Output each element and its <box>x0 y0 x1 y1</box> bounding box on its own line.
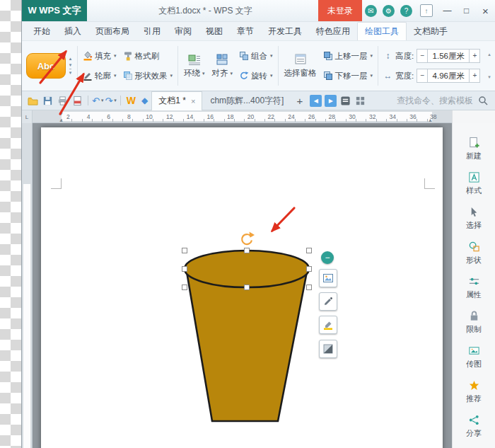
rotate-button[interactable]: 旋转 ▾ <box>239 71 273 81</box>
command-search[interactable]: 查找命令、搜索模板 <box>397 95 491 107</box>
wrap-button[interactable]: 环绕▾ <box>180 43 209 88</box>
sidebar-item-styles[interactable]: 样式 <box>453 166 495 201</box>
export-pdf-icon[interactable] <box>71 94 84 108</box>
shape-effects-button[interactable]: 形状效果 ▾ <box>123 71 173 81</box>
new-tab-button[interactable]: + <box>291 95 308 107</box>
ribbon-scroll-up-icon[interactable]: ▴ <box>488 52 491 57</box>
menu-tab-home[interactable]: 开始 <box>26 22 57 40</box>
left-indent-marker[interactable]: ▲ <box>59 117 64 122</box>
align-button[interactable]: 对齐▾ <box>209 43 237 88</box>
pen-icon <box>322 296 334 307</box>
dropdown-icon: ▾ <box>371 73 373 79</box>
search-icon <box>478 96 488 105</box>
tab-nav-left-button[interactable]: ◀ <box>310 95 322 107</box>
outline-icon <box>83 71 93 81</box>
menu-tab-view[interactable]: 视图 <box>199 22 230 40</box>
dropdown-icon: ▾ <box>202 71 205 76</box>
preset-up-icon[interactable]: ▴ <box>69 56 72 62</box>
sidebar-item-select[interactable]: 选择 <box>453 201 495 236</box>
ruler-number: 12 <box>159 113 180 120</box>
dropdown-icon: ▾ <box>101 98 104 103</box>
width-value[interactable]: 4.96厘米 <box>428 69 469 83</box>
tab-nav-right-button[interactable]: ▶ <box>325 95 337 107</box>
sidebar-item-restrict[interactable]: 限制 <box>453 305 495 340</box>
save-icon[interactable] <box>41 94 54 108</box>
tab-close-icon[interactable]: × <box>191 97 195 105</box>
sidebar-item-properties[interactable]: 属性 <box>453 270 495 305</box>
ruler-number: 34 <box>383 113 403 120</box>
document-tab[interactable]: chm陈辉...400字符] <box>204 91 290 110</box>
first-line-indent-marker[interactable]: ▼ <box>59 111 64 116</box>
width-increase-button[interactable]: + <box>469 69 480 83</box>
help-icon[interactable]: ? <box>400 5 412 17</box>
shape-outline-button[interactable] <box>319 292 337 311</box>
sidebar-item-upload-image[interactable]: 传图 <box>453 340 495 374</box>
ruler-right-spacer <box>452 110 495 123</box>
shapes-icon <box>468 241 480 253</box>
shape-effects-quick-button[interactable] <box>319 340 337 358</box>
sidebar-item-translate[interactable]: 翻译 <box>453 444 495 448</box>
menu-tab-drawing-tools[interactable]: 绘图工具 <box>357 22 407 40</box>
undo-button[interactable]: ↶▾ <box>92 96 103 106</box>
settings-gear-icon[interactable]: ⚙ <box>383 5 395 17</box>
collapse-float-toolbar-button[interactable]: − <box>321 251 334 264</box>
message-icon[interactable]: ✉ <box>365 5 377 17</box>
selection-pane-button[interactable]: 选择窗格 <box>281 43 320 88</box>
sidebar-item-new[interactable]: 新建 <box>453 132 495 166</box>
height-decrease-button[interactable]: − <box>417 49 428 63</box>
ribbon-scroll-down-icon[interactable]: ▾ <box>488 74 491 80</box>
vertical-ruler-page-area <box>23 184 30 448</box>
menu-tab-references[interactable]: 引用 <box>136 22 168 40</box>
ribbon-separator <box>177 46 178 86</box>
sidebar-item-share[interactable]: 分享 <box>453 409 495 444</box>
maximize-button[interactable]: □ <box>457 0 476 21</box>
menu-tab-insert[interactable]: 插入 <box>57 22 88 40</box>
layout-grid-icon[interactable] <box>354 94 367 108</box>
menu-tab-doc-assistant[interactable]: 文档助手 <box>407 22 455 40</box>
horizontal-ruler[interactable]: 2468101214161820222426283032343638 ▼ ▲ ▲ <box>33 110 452 123</box>
collapse-ribbon-icon[interactable]: ↑ <box>420 4 433 17</box>
open-folder-icon[interactable] <box>26 94 40 108</box>
docer-diamond-icon[interactable]: ◆ <box>139 96 150 105</box>
ruler-number: 32 <box>362 113 383 120</box>
vertical-ruler[interactable] <box>22 123 33 448</box>
menu-tab-review[interactable]: 审阅 <box>168 22 199 40</box>
bring-forward-button[interactable]: 上移一层 ▾ <box>323 51 373 62</box>
group-button[interactable]: 组合 ▾ <box>239 51 273 62</box>
dropdown-icon: ▾ <box>114 53 117 59</box>
preset-more-icon[interactable]: ▾ <box>69 69 72 76</box>
fill-button[interactable]: 填充 ▾ <box>83 51 117 62</box>
format-painter-button[interactable]: 格式刷 <box>123 51 160 62</box>
shape-style-button[interactable] <box>319 269 337 287</box>
document-tab-active[interactable]: 文档1 * × <box>151 91 202 111</box>
preset-down-icon[interactable]: ▾ <box>69 62 72 68</box>
menu-tab-section[interactable]: 章节 <box>230 22 261 40</box>
minimize-button[interactable]: — <box>438 0 457 21</box>
width-decrease-button[interactable]: − <box>417 69 428 83</box>
height-icon: ↕ <box>383 51 392 61</box>
height-increase-button[interactable]: + <box>469 49 480 63</box>
send-backward-button[interactable]: 下移一层 ▾ <box>323 71 373 81</box>
close-button[interactable]: × <box>476 0 495 21</box>
sidebar-item-shapes[interactable]: 形状 <box>453 236 495 270</box>
menu-tab-dev-tools[interactable]: 开发工具 <box>261 22 309 40</box>
right-indent-marker[interactable]: ▲ <box>428 117 433 122</box>
shape-fill-button[interactable] <box>319 316 337 334</box>
menu-tab-page-layout[interactable]: 页面布局 <box>88 22 136 40</box>
sidebar-item-recommend[interactable]: 推荐 <box>453 374 495 409</box>
login-button[interactable]: 未登录 <box>318 0 362 21</box>
cursor-icon <box>468 206 480 218</box>
shape-style-preset[interactable]: Abc <box>26 53 66 79</box>
height-value[interactable]: 1.56厘米 <box>428 49 469 63</box>
document-page[interactable] <box>41 127 443 448</box>
ruler-row: L 2468101214161820222426283032343638 ▼ ▲… <box>22 110 495 123</box>
tab-stop-selector[interactable]: L <box>22 110 33 123</box>
print-icon[interactable] <box>56 94 69 108</box>
redo-button[interactable]: ↷▾ <box>105 96 116 106</box>
height-stepper: ↕ 高度: − 1.56厘米 + <box>383 49 480 63</box>
outline-button[interactable]: 轮廓 ▾ <box>83 71 117 81</box>
wps-logo[interactable]: W WPS 文字 <box>22 0 87 21</box>
display-mode-icon[interactable] <box>339 94 352 108</box>
menu-tab-special-apps[interactable]: 特色应用 <box>309 22 357 40</box>
wps-office-badge[interactable]: W <box>124 95 138 106</box>
